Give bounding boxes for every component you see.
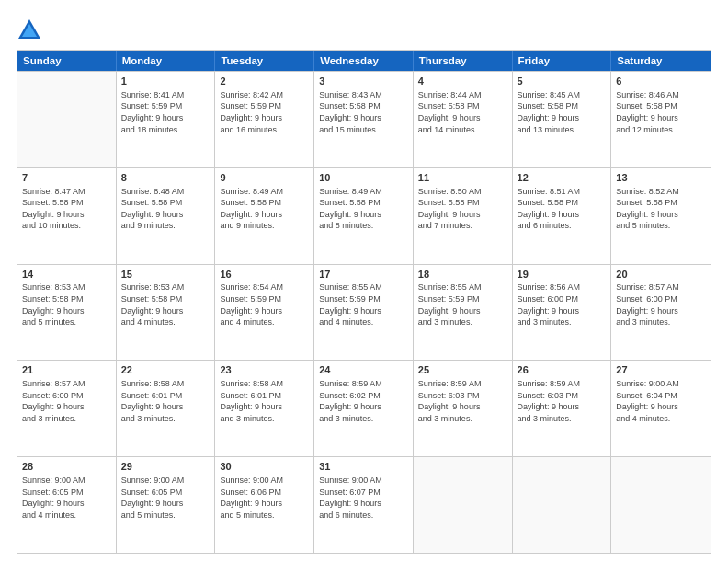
calendar-week: 28Sunrise: 9:00 AM Sunset: 6:05 PM Dayli…: [17, 456, 711, 553]
calendar-week: 1Sunrise: 8:41 AM Sunset: 5:59 PM Daylig…: [17, 71, 711, 167]
calendar-cell: [611, 457, 711, 553]
day-info: Sunrise: 8:55 AM Sunset: 5:59 PM Dayligh…: [319, 282, 408, 327]
day-number: 16: [220, 268, 309, 282]
day-info: Sunrise: 8:57 AM Sunset: 6:00 PM Dayligh…: [616, 282, 706, 327]
day-number: 21: [22, 363, 111, 377]
header: [17, 17, 711, 42]
calendar-cell: 30Sunrise: 9:00 AM Sunset: 6:06 PM Dayli…: [215, 457, 314, 553]
day-number: 1: [121, 75, 210, 88]
day-number: 7: [22, 171, 111, 185]
page: SundayMondayTuesdayWednesdayThursdayFrid…: [0, 0, 728, 563]
day-number: 10: [319, 171, 408, 185]
calendar-week: 14Sunrise: 8:53 AM Sunset: 5:58 PM Dayli…: [17, 264, 711, 361]
day-number: 19: [518, 268, 607, 282]
day-info: Sunrise: 8:49 AM Sunset: 5:58 PM Dayligh…: [220, 186, 309, 232]
day-info: Sunrise: 8:44 AM Sunset: 5:58 PM Dayligh…: [418, 89, 507, 135]
day-number: 29: [121, 460, 210, 474]
calendar-cell: 28Sunrise: 9:00 AM Sunset: 6:05 PM Dayli…: [17, 457, 117, 553]
day-number: 4: [418, 75, 507, 88]
calendar-cell: 10Sunrise: 8:49 AM Sunset: 5:58 PM Dayli…: [314, 168, 414, 264]
day-info: Sunrise: 8:59 AM Sunset: 6:02 PM Dayligh…: [319, 378, 408, 424]
day-number: 8: [121, 171, 210, 185]
day-info: Sunrise: 9:00 AM Sunset: 6:06 PM Dayligh…: [220, 475, 309, 521]
day-info: Sunrise: 8:58 AM Sunset: 6:01 PM Dayligh…: [121, 378, 210, 424]
calendar-cell: [513, 457, 612, 553]
calendar-week: 21Sunrise: 8:57 AM Sunset: 6:00 PM Dayli…: [17, 360, 711, 456]
weekday-header: Wednesday: [314, 51, 414, 71]
calendar-cell: 9Sunrise: 8:49 AM Sunset: 5:58 PM Daylig…: [215, 168, 314, 264]
day-number: 20: [616, 268, 706, 282]
day-number: 14: [22, 268, 111, 282]
calendar-cell: 26Sunrise: 8:59 AM Sunset: 6:03 PM Dayli…: [513, 361, 612, 456]
day-info: Sunrise: 9:00 AM Sunset: 6:07 PM Dayligh…: [319, 475, 408, 521]
calendar-cell: 6Sunrise: 8:46 AM Sunset: 5:58 PM Daylig…: [611, 72, 711, 167]
day-number: 6: [616, 75, 706, 88]
calendar-cell: [414, 457, 513, 553]
day-info: Sunrise: 8:58 AM Sunset: 6:01 PM Dayligh…: [220, 378, 309, 424]
day-info: Sunrise: 8:42 AM Sunset: 5:59 PM Dayligh…: [220, 89, 309, 135]
calendar-header: SundayMondayTuesdayWednesdayThursdayFrid…: [17, 51, 711, 71]
day-info: Sunrise: 8:50 AM Sunset: 5:58 PM Dayligh…: [418, 186, 507, 232]
calendar-cell: 25Sunrise: 8:59 AM Sunset: 6:03 PM Dayli…: [414, 361, 513, 456]
calendar-cell: 15Sunrise: 8:53 AM Sunset: 5:58 PM Dayli…: [117, 265, 216, 361]
day-number: 28: [22, 460, 111, 474]
day-info: Sunrise: 8:53 AM Sunset: 5:58 PM Dayligh…: [22, 282, 111, 327]
day-info: Sunrise: 8:47 AM Sunset: 5:58 PM Dayligh…: [22, 186, 111, 232]
day-info: Sunrise: 9:00 AM Sunset: 6:05 PM Dayligh…: [22, 475, 111, 521]
calendar-cell: 22Sunrise: 8:58 AM Sunset: 6:01 PM Dayli…: [117, 361, 216, 456]
day-info: Sunrise: 8:57 AM Sunset: 6:00 PM Dayligh…: [22, 378, 111, 424]
day-number: 31: [319, 460, 408, 474]
day-info: Sunrise: 8:56 AM Sunset: 6:00 PM Dayligh…: [518, 282, 607, 327]
day-info: Sunrise: 9:00 AM Sunset: 6:05 PM Dayligh…: [121, 475, 210, 521]
day-info: Sunrise: 8:54 AM Sunset: 5:59 PM Dayligh…: [220, 282, 309, 327]
day-info: Sunrise: 8:55 AM Sunset: 5:59 PM Dayligh…: [418, 282, 507, 327]
logo: [17, 17, 46, 42]
day-info: Sunrise: 8:59 AM Sunset: 6:03 PM Dayligh…: [418, 378, 507, 424]
weekday-header: Monday: [117, 51, 216, 71]
day-number: 5: [518, 75, 607, 88]
weekday-header: Sunday: [17, 51, 117, 71]
weekday-header: Saturday: [611, 51, 711, 71]
day-number: 3: [319, 75, 408, 88]
day-info: Sunrise: 8:46 AM Sunset: 5:58 PM Dayligh…: [616, 89, 706, 135]
day-number: 17: [319, 268, 408, 282]
day-number: 9: [220, 171, 309, 185]
calendar-cell: 13Sunrise: 8:52 AM Sunset: 5:58 PM Dayli…: [611, 168, 711, 264]
calendar-cell: 2Sunrise: 8:42 AM Sunset: 5:59 PM Daylig…: [215, 72, 314, 167]
calendar-cell: 24Sunrise: 8:59 AM Sunset: 6:02 PM Dayli…: [314, 361, 414, 456]
calendar-cell: 1Sunrise: 8:41 AM Sunset: 5:59 PM Daylig…: [117, 72, 216, 167]
day-info: Sunrise: 8:49 AM Sunset: 5:58 PM Dayligh…: [319, 186, 408, 232]
calendar-cell: 27Sunrise: 9:00 AM Sunset: 6:04 PM Dayli…: [611, 361, 711, 456]
day-number: 13: [616, 171, 706, 185]
weekday-header: Friday: [513, 51, 612, 71]
day-number: 2: [220, 75, 309, 88]
calendar-cell: 21Sunrise: 8:57 AM Sunset: 6:00 PM Dayli…: [17, 361, 117, 456]
day-number: 15: [121, 268, 210, 282]
day-number: 24: [319, 363, 408, 377]
calendar-week: 7Sunrise: 8:47 AM Sunset: 5:58 PM Daylig…: [17, 167, 711, 264]
calendar-cell: 23Sunrise: 8:58 AM Sunset: 6:01 PM Dayli…: [215, 361, 314, 456]
day-info: Sunrise: 8:52 AM Sunset: 5:58 PM Dayligh…: [616, 186, 706, 232]
weekday-header: Tuesday: [215, 51, 314, 71]
calendar: SundayMondayTuesdayWednesdayThursdayFrid…: [17, 50, 711, 554]
day-number: 25: [418, 363, 507, 377]
calendar-cell: 17Sunrise: 8:55 AM Sunset: 5:59 PM Dayli…: [314, 265, 414, 361]
calendar-cell: 29Sunrise: 9:00 AM Sunset: 6:05 PM Dayli…: [117, 457, 216, 553]
day-info: Sunrise: 9:00 AM Sunset: 6:04 PM Dayligh…: [616, 378, 706, 424]
calendar-cell: 31Sunrise: 9:00 AM Sunset: 6:07 PM Dayli…: [314, 457, 414, 553]
calendar-cell: 4Sunrise: 8:44 AM Sunset: 5:58 PM Daylig…: [414, 72, 513, 167]
calendar-cell: 7Sunrise: 8:47 AM Sunset: 5:58 PM Daylig…: [17, 168, 117, 264]
calendar-cell: 18Sunrise: 8:55 AM Sunset: 5:59 PM Dayli…: [414, 265, 513, 361]
day-number: 22: [121, 363, 210, 377]
calendar-cell: 11Sunrise: 8:50 AM Sunset: 5:58 PM Dayli…: [414, 168, 513, 264]
day-info: Sunrise: 8:51 AM Sunset: 5:58 PM Dayligh…: [518, 186, 607, 232]
calendar-cell: [17, 72, 117, 167]
day-info: Sunrise: 8:59 AM Sunset: 6:03 PM Dayligh…: [518, 378, 607, 424]
day-number: 23: [220, 363, 309, 377]
calendar-cell: 12Sunrise: 8:51 AM Sunset: 5:58 PM Dayli…: [513, 168, 612, 264]
day-number: 27: [616, 363, 706, 377]
day-info: Sunrise: 8:43 AM Sunset: 5:58 PM Dayligh…: [319, 89, 408, 135]
day-number: 18: [418, 268, 507, 282]
day-number: 11: [418, 171, 507, 185]
day-number: 26: [518, 363, 607, 377]
